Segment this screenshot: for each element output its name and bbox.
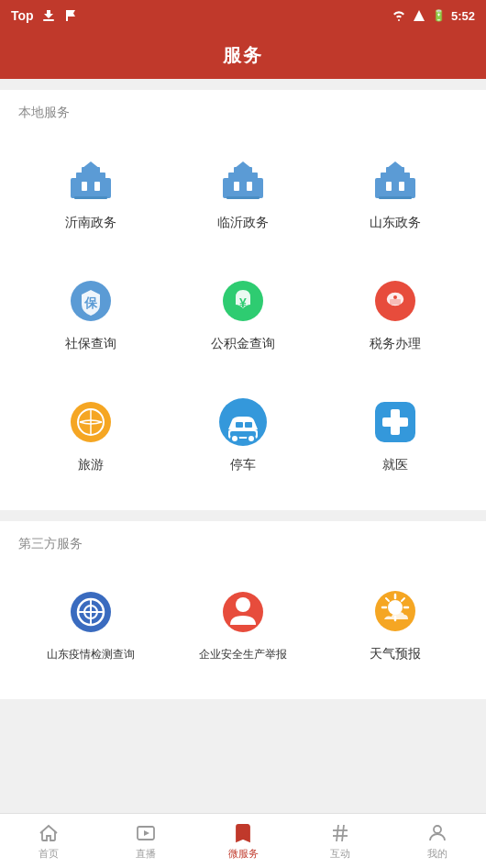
svg-rect-6 — [74, 196, 107, 199]
svg-marker-12 — [234, 161, 252, 169]
safety-label: 企业安全生产举报 — [199, 647, 287, 662]
svg-rect-9 — [223, 178, 263, 198]
service-tax[interactable]: 税务办理 — [319, 253, 471, 374]
nav-live[interactable]: 直播 — [97, 814, 194, 868]
linyi-label: 临沂政务 — [217, 215, 269, 231]
svg-point-65 — [434, 826, 441, 833]
service-weather[interactable]: 天气预报 — [319, 563, 471, 684]
weather-label: 天气预报 — [370, 646, 421, 662]
svg-rect-16 — [375, 178, 415, 198]
parking-label: 停车 — [230, 457, 256, 473]
live-icon — [135, 822, 157, 844]
nav-home[interactable]: 首页 — [0, 814, 97, 868]
service-parking[interactable]: 停车 — [167, 374, 319, 495]
weather-icon — [370, 585, 421, 637]
travel-icon — [65, 396, 116, 448]
epidemic-icon — [65, 586, 116, 638]
linnan-icon — [65, 154, 116, 206]
svg-rect-7 — [82, 182, 87, 191]
safety-icon — [217, 586, 269, 638]
signal-icon — [412, 8, 426, 23]
hashtag-icon — [329, 822, 351, 844]
svg-rect-30 — [390, 299, 401, 305]
flag-icon — [63, 8, 78, 23]
tax-label: 税务办理 — [370, 336, 421, 352]
svg-rect-0 — [43, 19, 54, 21]
svg-rect-21 — [386, 182, 392, 191]
svg-rect-14 — [234, 182, 239, 191]
time-display: 5:52 — [451, 9, 475, 23]
service-medical[interactable]: 就医 — [319, 374, 471, 495]
download-icon — [41, 8, 56, 23]
nav-live-label: 直播 — [136, 847, 156, 861]
service-linyi[interactable]: 临沂政务 — [167, 132, 319, 253]
svg-rect-40 — [236, 422, 243, 428]
gjj-icon: ¥ — [217, 275, 269, 327]
medical-label: 就医 — [382, 457, 408, 473]
person-icon — [426, 822, 448, 844]
local-services-grid: 沂南政务 临沂政务 — [15, 132, 471, 495]
bookmark-icon — [232, 822, 254, 844]
nav-home-label: 首页 — [39, 847, 59, 861]
svg-rect-15 — [247, 182, 252, 191]
shebao-label: 社保查询 — [65, 336, 116, 352]
page-title: 服务 — [223, 43, 263, 68]
service-gjj[interactable]: ¥ 公积金查询 — [167, 253, 319, 374]
svg-rect-44 — [382, 417, 408, 427]
nav-microservice-label: 微服务 — [228, 847, 259, 861]
epidemic-label: 山东疫情检测查询 — [47, 647, 135, 662]
svg-text:¥: ¥ — [239, 295, 247, 310]
svg-rect-13 — [226, 196, 260, 199]
gjj-label: 公积金查询 — [211, 336, 275, 352]
wifi-icon — [392, 8, 406, 23]
svg-rect-41 — [245, 422, 252, 428]
home-icon — [38, 822, 60, 844]
linnan-label: 沂南政务 — [65, 215, 116, 231]
travel-label: 旅游 — [78, 457, 104, 473]
svg-text:保: 保 — [83, 295, 98, 310]
parking-icon — [217, 396, 269, 448]
svg-point-38 — [231, 435, 238, 442]
local-services-section: 本地服务 沂南政务 — [0, 90, 486, 510]
local-services-title: 本地服务 — [15, 105, 471, 121]
nav-interact-label: 互动 — [330, 847, 350, 861]
nav-microservice[interactable]: 微服务 — [194, 814, 292, 868]
svg-rect-8 — [94, 182, 100, 191]
bottom-nav: 首页 直播 微服务 互动 我的 — [0, 813, 486, 868]
status-bar: Top 🔋 5:52 — [0, 0, 486, 31]
service-shandong[interactable]: 山东政务 — [319, 132, 471, 253]
svg-marker-19 — [386, 161, 404, 169]
svg-marker-5 — [82, 161, 100, 169]
nav-interact[interactable]: 互动 — [292, 814, 389, 868]
third-party-title: 第三方服务 — [15, 536, 471, 552]
service-shebao[interactable]: 保 社保查询 — [15, 253, 167, 374]
svg-point-39 — [248, 435, 255, 442]
service-linnan[interactable]: 沂南政务 — [15, 132, 167, 253]
svg-line-63 — [337, 825, 338, 841]
svg-rect-20 — [379, 196, 412, 199]
status-bar-right: 🔋 5:52 — [392, 8, 475, 23]
svg-point-31 — [393, 295, 397, 299]
svg-line-64 — [342, 825, 344, 841]
svg-rect-2 — [71, 178, 111, 198]
nav-mine[interactable]: 我的 — [389, 814, 486, 868]
third-party-section: 第三方服务 山东疫情检测查询 — [0, 521, 486, 699]
shebao-icon: 保 — [65, 275, 116, 327]
svg-point-51 — [236, 597, 250, 612]
status-bar-left: Top — [11, 8, 78, 23]
service-safety[interactable]: 企业安全生产举报 — [167, 563, 319, 684]
svg-rect-22 — [399, 182, 404, 191]
service-epidemic[interactable]: 山东疫情检测查询 — [15, 563, 167, 684]
tax-icon — [370, 275, 421, 327]
main-content: 本地服务 沂南政务 — [0, 79, 486, 813]
nav-mine-label: 我的 — [427, 847, 447, 861]
shandong-icon — [370, 154, 421, 206]
linyi-icon — [217, 154, 269, 206]
status-top-label: Top — [11, 8, 34, 23]
medical-icon — [370, 396, 421, 448]
shandong-label: 山东政务 — [370, 215, 421, 231]
svg-marker-1 — [414, 10, 425, 21]
battery-icon: 🔋 — [432, 9, 446, 22]
service-travel[interactable]: 旅游 — [15, 374, 167, 495]
header: 服务 — [0, 31, 486, 79]
